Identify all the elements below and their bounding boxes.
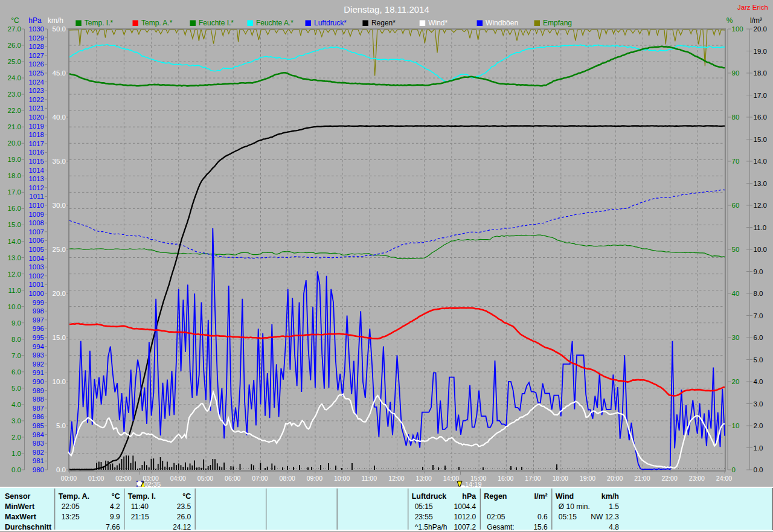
svg-text:990: 990 (33, 378, 44, 385)
svg-text:1005: 1005 (28, 246, 44, 253)
svg-text:25.0: 25.0 (53, 246, 66, 253)
svg-text:^1.5hPa/h: ^1.5hPa/h (415, 523, 447, 531)
svg-text:14:19: 14:19 (465, 481, 482, 488)
svg-text:24:00: 24:00 (716, 475, 732, 482)
svg-text:08:00: 08:00 (280, 475, 295, 482)
svg-text:20: 20 (732, 378, 740, 385)
svg-text:05:15: 05:15 (415, 502, 433, 511)
svg-text:998: 998 (33, 307, 44, 315)
svg-text:10.0: 10.0 (8, 303, 21, 310)
svg-text:1003: 1003 (28, 263, 44, 271)
svg-text:20:00: 20:00 (607, 475, 623, 482)
svg-text:1008: 1008 (28, 219, 44, 226)
svg-text:Jarz Erich: Jarz Erich (737, 4, 768, 11)
svg-text:16:00: 16:00 (498, 475, 513, 482)
svg-text:Empfang: Empfang (543, 19, 572, 27)
svg-text:986: 986 (33, 413, 44, 420)
svg-text:Dienstag, 18.11.2014: Dienstag, 18.11.2014 (344, 4, 429, 14)
svg-text:1007.2: 1007.2 (454, 523, 476, 531)
svg-text:1.0: 1.0 (754, 444, 763, 452)
svg-text:18.0: 18.0 (8, 172, 21, 179)
svg-text:11:40: 11:40 (131, 502, 149, 511)
svg-text:1007: 1007 (28, 228, 44, 236)
svg-text:22.0: 22.0 (8, 107, 21, 114)
svg-text:70: 70 (732, 158, 740, 165)
svg-text:993: 993 (33, 351, 44, 359)
svg-text:980: 980 (33, 466, 44, 473)
svg-text:21:00: 21:00 (634, 475, 650, 482)
svg-text:14.0: 14.0 (754, 158, 767, 165)
svg-text:MinWert: MinWert (5, 502, 35, 511)
svg-text:4.8: 4.8 (609, 523, 619, 531)
svg-text:5.0: 5.0 (754, 356, 763, 364)
svg-text:12.0: 12.0 (754, 202, 767, 209)
svg-text:45.0: 45.0 (53, 69, 66, 77)
svg-text:4.0: 4.0 (754, 378, 763, 385)
svg-text:Feuchte I.*: Feuchte I.* (199, 19, 234, 27)
svg-text:985: 985 (33, 422, 44, 429)
svg-text:90: 90 (732, 69, 740, 77)
svg-text:40: 40 (732, 290, 740, 297)
svg-text:996: 996 (33, 325, 44, 332)
svg-text:13.0: 13.0 (8, 254, 21, 261)
svg-text:12:00: 12:00 (388, 475, 404, 482)
svg-text:11.0: 11.0 (8, 287, 21, 294)
svg-text:14.0: 14.0 (8, 238, 21, 245)
svg-text:988: 988 (33, 396, 44, 403)
svg-text:80: 80 (732, 114, 740, 121)
svg-text:Luftdruck: Luftdruck (412, 492, 447, 501)
svg-text:NW 12.3: NW 12.3 (591, 513, 619, 521)
svg-text:09:00: 09:00 (307, 475, 322, 482)
svg-text:10: 10 (732, 422, 740, 429)
svg-text:10:00: 10:00 (334, 475, 350, 482)
svg-text:km/h: km/h (48, 16, 63, 25)
svg-text:981: 981 (33, 457, 44, 464)
svg-text:12.0: 12.0 (8, 271, 21, 278)
svg-text:19.0: 19.0 (8, 156, 21, 163)
svg-text:hPa: hPa (28, 16, 42, 25)
svg-text:l/m²: l/m² (534, 492, 548, 501)
svg-text:8.0: 8.0 (11, 336, 21, 343)
svg-text:1013: 1013 (28, 175, 44, 182)
svg-text:07:00: 07:00 (252, 475, 268, 482)
svg-text:21.0: 21.0 (8, 123, 21, 130)
svg-text:21:15: 21:15 (131, 513, 149, 521)
svg-text:01:00: 01:00 (88, 475, 104, 482)
svg-text:23.0: 23.0 (8, 91, 21, 98)
svg-text:1025: 1025 (28, 69, 44, 77)
svg-text:9.9: 9.9 (110, 513, 120, 521)
svg-text:0: 0 (732, 466, 736, 473)
svg-text:4.0: 4.0 (11, 401, 21, 408)
svg-text:05:00: 05:00 (197, 475, 213, 482)
svg-text:Durchschnitt: Durchschnitt (5, 523, 52, 531)
svg-text:04:00: 04:00 (170, 475, 186, 482)
svg-text:00:00: 00:00 (61, 475, 77, 482)
svg-text:4.2: 4.2 (110, 502, 120, 511)
svg-text:982: 982 (33, 449, 44, 456)
svg-text:20.0: 20.0 (53, 290, 66, 297)
svg-text:°C: °C (11, 16, 19, 25)
svg-text:17:00: 17:00 (525, 475, 540, 482)
svg-text:02:00: 02:00 (115, 475, 131, 482)
svg-text:18:00: 18:00 (553, 475, 568, 482)
svg-text:20.0: 20.0 (754, 25, 767, 33)
svg-text:22:05: 22:05 (62, 502, 80, 511)
svg-text:30: 30 (732, 334, 740, 341)
svg-text:Ø 10 min.: Ø 10 min. (559, 502, 590, 511)
svg-text:02:35: 02:35 (144, 481, 161, 488)
svg-text:999: 999 (33, 299, 44, 306)
svg-text:991: 991 (33, 369, 44, 376)
svg-text:1.0: 1.0 (11, 450, 21, 457)
svg-text:997: 997 (33, 316, 44, 324)
svg-text:7.0: 7.0 (754, 312, 763, 319)
svg-text:1004.4: 1004.4 (454, 502, 476, 511)
svg-text:1019: 1019 (28, 123, 44, 130)
svg-text:13:25: 13:25 (62, 513, 80, 521)
svg-text:10.0: 10.0 (53, 378, 66, 385)
svg-text:MaxWert: MaxWert (5, 513, 37, 521)
svg-text:Sensor: Sensor (5, 492, 31, 501)
svg-text:24.0: 24.0 (8, 74, 21, 82)
svg-text:2.0: 2.0 (11, 434, 21, 441)
svg-text:50: 50 (732, 246, 740, 253)
svg-text:0.6: 0.6 (537, 513, 548, 521)
